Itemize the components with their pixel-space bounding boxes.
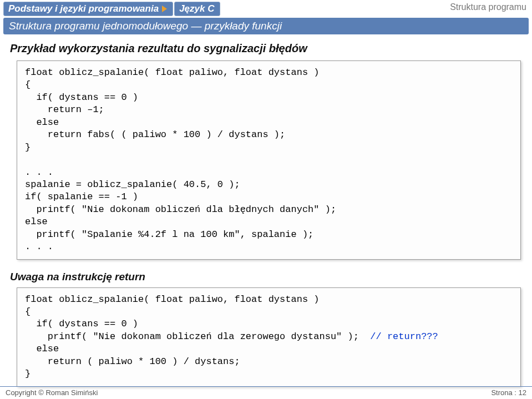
breadcrumb-2-text: Język C bbox=[179, 3, 214, 14]
section-2-title: Uwaga na instrukcję return bbox=[0, 265, 532, 286]
header-right-text: Struktura programu bbox=[450, 2, 526, 12]
code2-post: else return ( paliwo * 100 ) / dystans; … bbox=[25, 344, 240, 379]
breadcrumb-tag-2: Język C bbox=[174, 2, 220, 16]
header-bar: Podstawy i języki programowania Język C … bbox=[0, 0, 532, 18]
code-block-1: float oblicz_spalanie( float paliwo, flo… bbox=[17, 60, 521, 260]
subtitle-bar: Struktura programu jednomodułowego — prz… bbox=[3, 18, 529, 34]
footer: Copyright © Roman Simiński Strona : 12 bbox=[0, 386, 532, 399]
code2-pre: float oblicz_spalanie( float paliwo, flo… bbox=[25, 294, 370, 342]
footer-copyright: Copyright © Roman Simiński bbox=[6, 388, 98, 397]
code-block-2: float oblicz_spalanie( float paliwo, flo… bbox=[17, 287, 521, 387]
arrow-icon bbox=[162, 6, 167, 12]
code2-comment: // return??? bbox=[370, 331, 438, 342]
breadcrumb-tag-1: Podstawy i języki programowania bbox=[3, 2, 173, 16]
footer-page: Strona : 12 bbox=[491, 388, 526, 397]
breadcrumb-1-text: Podstawy i języki programowania bbox=[8, 3, 159, 14]
section-title: Przykład wykorzystania rezultatu do sygn… bbox=[0, 34, 532, 59]
